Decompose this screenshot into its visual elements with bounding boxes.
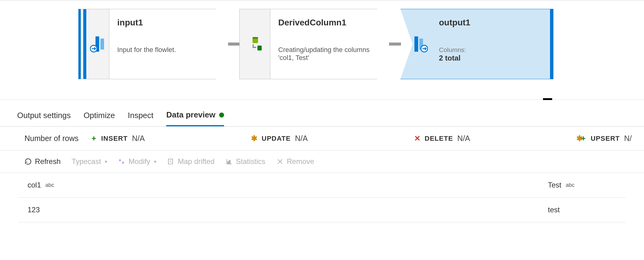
flow-connector [389,43,401,46]
node-body[interactable]: input1 Input for the flowlet. + [109,9,228,79]
upsert-label: UPSERT [591,135,620,143]
flow-connector [228,43,240,46]
table-header-row: col1 abc Test abc [18,173,626,198]
tab-output-settings[interactable]: Output settings [17,110,71,126]
tab-optimize[interactable]: Optimize [84,110,115,126]
svg-rect-4 [253,37,258,39]
node-title: input1 [117,18,220,28]
column-header-test[interactable]: Test abc [539,173,626,197]
modify-label: Modify [129,157,150,166]
update-label: UPDATE [262,135,291,143]
statistics-button[interactable]: Statistics [226,157,265,166]
svg-rect-5 [257,46,262,50]
upsert-value: N/ [624,134,632,143]
column-type: abc [45,182,54,188]
refresh-label: Refresh [35,157,61,166]
number-of-rows-label: Number of rows [24,134,78,143]
output-icon [413,35,428,53]
svg-rect-9 [119,159,121,161]
svg-rect-13 [229,160,230,163]
map-drifted-button[interactable]: Map drifted [167,157,215,166]
data-preview-toolbar: Refresh Typecast ▾ Modify ▾ Map drifted … [0,150,644,173]
upsert-summary: ✱ + UPSERT N/ [577,134,632,143]
modify-button[interactable]: Modify ▾ [118,157,156,166]
row-actions-summary: Number of rows + INSERT N/A ✱ UPDATE N/A… [0,127,644,150]
asterisk-icon: ✱ [251,136,257,142]
node-handle[interactable] [239,9,270,79]
detail-tabs: Output settings Optimize Inspect Data pr… [0,100,644,127]
delete-summary: ✕ DELETE N/A [414,134,470,143]
column-header-col1[interactable]: col1 abc [18,173,539,197]
node-handle[interactable] [400,9,431,79]
node-title: DerivedColumn1 [278,18,381,28]
node-description: Creating/updating the columns 'col1, Tes… [278,46,381,62]
add-step-button[interactable]: + [378,68,387,77]
chevron-down-icon: ▾ [154,159,156,165]
map-drifted-label: Map drifted [178,157,215,166]
cell-col1: 123 [18,198,539,222]
remove-label: Remove [287,157,314,166]
node-body[interactable]: DerivedColumn1 Creating/updating the col… [270,9,389,79]
derived-column-icon [249,36,264,52]
x-icon [276,158,284,165]
insert-label: INSERT [101,135,128,143]
svg-rect-12 [228,162,229,163]
flow-canvas[interactable]: input1 Input for the flowlet. + DerivedC… [0,0,644,100]
column-name: col1 [28,181,41,189]
tab-data-preview[interactable]: Data preview [166,110,224,126]
tab-label: Data preview [166,110,215,120]
refresh-button[interactable]: Refresh [24,157,61,166]
insert-value: N/A [132,134,145,143]
chevron-down-icon: ▾ [105,159,107,165]
add-step-button[interactable]: + [217,68,226,77]
statistics-label: Statistics [236,157,265,166]
node-description: Columns: 2 total [439,46,545,62]
modify-icon [118,158,125,165]
status-indicator-icon [219,113,224,117]
node-body[interactable]: output1 Columns: 2 total [431,9,553,79]
node-description: Input for the flowlet. [117,46,220,54]
cell-test: test [539,198,626,222]
typecast-label: Typecast [72,157,101,166]
column-type: abc [566,182,575,188]
typecast-button[interactable]: Typecast ▾ [72,157,107,166]
preview-table: col1 abc Test abc 123 test [0,173,644,222]
svg-rect-1 [100,39,104,50]
delete-label: DELETE [425,135,453,143]
update-summary: ✱ UPDATE N/A [251,134,308,143]
update-value: N/A [295,134,308,143]
plus-icon: + [91,136,97,142]
flow-node-derivedcolumn1[interactable]: DerivedColumn1 Creating/updating the col… [239,9,389,79]
plus-icon: + [580,136,586,142]
remove-button[interactable]: Remove [276,157,314,166]
flow-node-output1[interactable]: output1 Columns: 2 total [400,9,553,79]
table-row[interactable]: 123 test [18,198,626,222]
insert-summary: + INSERT N/A [91,134,144,143]
tab-inspect[interactable]: Inspect [128,110,153,126]
input-icon [90,35,105,53]
svg-rect-10 [122,162,124,164]
node-handle[interactable] [78,9,109,79]
pane-resize-handle[interactable] [543,98,552,100]
statistics-icon [226,158,233,165]
x-icon: ✕ [414,136,420,142]
flow-node-input1[interactable]: input1 Input for the flowlet. + [78,9,228,79]
svg-rect-6 [414,36,418,52]
refresh-icon [24,158,32,165]
delete-value: N/A [457,134,470,143]
node-title: output1 [439,18,545,28]
map-drifted-icon [167,158,175,165]
column-name: Test [548,181,561,189]
